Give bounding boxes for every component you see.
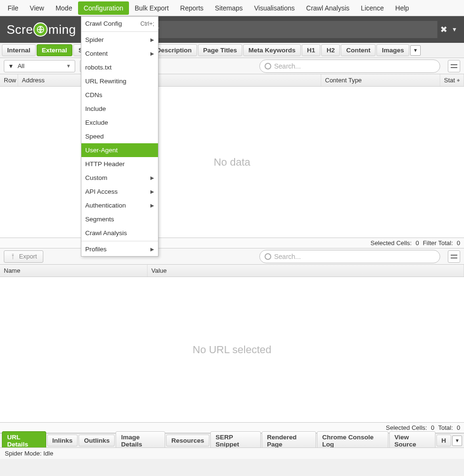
menu-item-user-agent[interactable]: User-Agent	[81, 143, 158, 157]
menu-separator	[81, 241, 158, 241]
search-settings-button[interactable]	[448, 60, 460, 72]
total-value: 0	[457, 424, 460, 431]
search-input[interactable]	[274, 62, 435, 70]
tab-internal[interactable]: Internal	[2, 44, 36, 56]
tabs-overflow-button[interactable]: ▼	[410, 45, 421, 56]
tab-content[interactable]: Content	[341, 44, 375, 56]
col-status[interactable]: Stat	[440, 74, 464, 86]
configuration-dropdown: Crawl ConfigCtrl+;Spider▶Content▶robots.…	[81, 16, 158, 257]
selected-cells-value: 0	[431, 424, 434, 431]
no-url-label: No URL selected	[193, 344, 271, 356]
filter-total-value: 0	[457, 239, 460, 247]
spider-mode-label: Spider Mode: Idle	[5, 450, 53, 457]
logo-text-post: ming	[48, 22, 76, 37]
total-label: Total:	[438, 424, 453, 431]
menu-reports[interactable]: Reports	[175, 1, 209, 15]
menu-view[interactable]: View	[24, 1, 50, 15]
menu-item-authentication[interactable]: Authentication▶	[81, 198, 158, 212]
menu-item-url-rewriting[interactable]: URL Rewriting	[81, 74, 158, 88]
search-icon	[265, 253, 271, 260]
filter-total-label: Filter Total:	[423, 239, 453, 247]
bottom-tabs-overflow-button[interactable]: ▼	[452, 436, 462, 446]
menu-separator	[81, 31, 158, 32]
close-icon[interactable]: ✖	[437, 24, 450, 35]
sliders-icon	[451, 63, 457, 69]
selected-cells-label: Selected Cells:	[386, 424, 427, 431]
sliders-icon	[451, 254, 457, 259]
menu-item-api-access[interactable]: API Access▶	[81, 185, 158, 198]
top-tabs: InternalExternalSecurityURLMeta Descript…	[0, 43, 464, 58]
tab-external[interactable]: External	[37, 44, 72, 56]
menu-item-include[interactable]: Include	[81, 102, 158, 116]
grid-header-top: Row Address Content Type Stat	[0, 74, 464, 87]
tab-page-titles[interactable]: Page Titles	[198, 44, 242, 56]
status-strip-top: Selected Cells: 0 Filter Total: 0	[0, 238, 464, 248]
url-bar: Scre ming ✖ ▼	[0, 16, 464, 43]
bottom-tabs: URL DetailsInlinksOutlinksImage DetailsR…	[0, 433, 464, 447]
details-grid-body: No URL selected	[0, 277, 464, 423]
menu-item-segments[interactable]: Segments	[81, 212, 158, 226]
menu-bulk-export[interactable]: Bulk Export	[129, 1, 175, 15]
menu-item-spider[interactable]: Spider▶	[81, 33, 158, 47]
menu-item-custom[interactable]: Custom▶	[81, 171, 158, 185]
selected-cells-value: 0	[415, 239, 419, 247]
toolbar-lower: ⭱ Export	[0, 248, 464, 265]
search-box[interactable]	[259, 60, 440, 73]
menu-sitemaps[interactable]: Sitemaps	[209, 1, 248, 15]
bottom-tab-outlinks[interactable]: Outlinks	[79, 435, 115, 446]
menu-mode[interactable]: Mode	[50, 1, 78, 15]
globe-icon	[33, 22, 48, 37]
col-content-type[interactable]: Content Type	[321, 74, 440, 86]
toolbar-top: ▼ All ▼ ⭱ Export	[0, 58, 464, 74]
search-input-lower[interactable]	[274, 253, 435, 260]
upload-icon: ⭱	[10, 253, 16, 260]
col-row[interactable]: Row	[0, 74, 18, 86]
col-value[interactable]: Value	[148, 265, 464, 277]
menu-item-content[interactable]: Content▶	[81, 47, 158, 60]
bottom-tab-h[interactable]: H	[436, 435, 452, 446]
menu-visualisations[interactable]: Visualisations	[248, 1, 300, 15]
filter-select[interactable]: ▼ All ▼	[4, 60, 75, 72]
menu-configuration[interactable]: Configuration	[78, 1, 129, 15]
no-data-label: No data	[214, 156, 250, 169]
url-dropdown-caret-icon[interactable]: ▼	[450, 26, 459, 33]
menu-crawl-analysis[interactable]: Crawl Analysis	[300, 1, 355, 15]
search-settings-button-lower[interactable]	[448, 250, 460, 263]
bottom-tab-resources[interactable]: Resources	[166, 435, 209, 446]
export-button-lower[interactable]: ⭱ Export	[4, 250, 43, 263]
grid-header-lower: Name Value	[0, 265, 464, 277]
bottom-tab-inlinks[interactable]: Inlinks	[47, 435, 78, 446]
main-grid-body: No data	[0, 87, 464, 238]
menu-item-cdns[interactable]: CDNs	[81, 88, 158, 102]
menu-item-crawl-analysis[interactable]: Crawl Analysis	[81, 226, 158, 240]
chevron-right-icon: ▶	[150, 203, 154, 208]
menu-item-http-header[interactable]: HTTP Header	[81, 157, 158, 171]
tab-meta-keywords[interactable]: Meta Keywords	[243, 44, 301, 56]
funnel-icon: ▼	[8, 63, 14, 69]
menu-item-exclude[interactable]: Exclude	[81, 116, 158, 129]
menu-help[interactable]: Help	[390, 1, 415, 15]
menu-item-robots-txt[interactable]: robots.txt	[81, 60, 158, 74]
tab-h1[interactable]: H1	[302, 44, 320, 56]
tab-h2[interactable]: H2	[321, 44, 340, 56]
logo-text-pre: Scre	[7, 22, 33, 37]
filter-label: All	[14, 62, 66, 69]
menubar: FileViewModeConfigurationBulk ExportRepo…	[0, 0, 464, 16]
menu-file[interactable]: File	[2, 1, 24, 15]
col-name[interactable]: Name	[0, 265, 148, 277]
chevron-right-icon: ▶	[150, 175, 154, 180]
tab-images[interactable]: Images	[376, 44, 409, 56]
chevron-down-icon: ▼	[66, 63, 71, 69]
chevron-right-icon: ▶	[150, 189, 154, 194]
menu-item-profiles[interactable]: Profiles▶	[81, 242, 158, 256]
search-icon	[265, 63, 271, 69]
chevron-right-icon: ▶	[150, 51, 154, 56]
status-bar: Spider Mode: Idle	[0, 447, 464, 459]
menu-item-crawl-config[interactable]: Crawl ConfigCtrl+;	[81, 17, 158, 30]
menu-item-speed[interactable]: Speed	[81, 129, 158, 143]
selected-cells-label: Selected Cells:	[370, 239, 412, 247]
col-address[interactable]: Address	[18, 74, 321, 86]
menu-licence[interactable]: Licence	[355, 1, 389, 15]
search-box-lower[interactable]	[259, 250, 440, 263]
app-logo: Scre ming	[0, 22, 83, 37]
